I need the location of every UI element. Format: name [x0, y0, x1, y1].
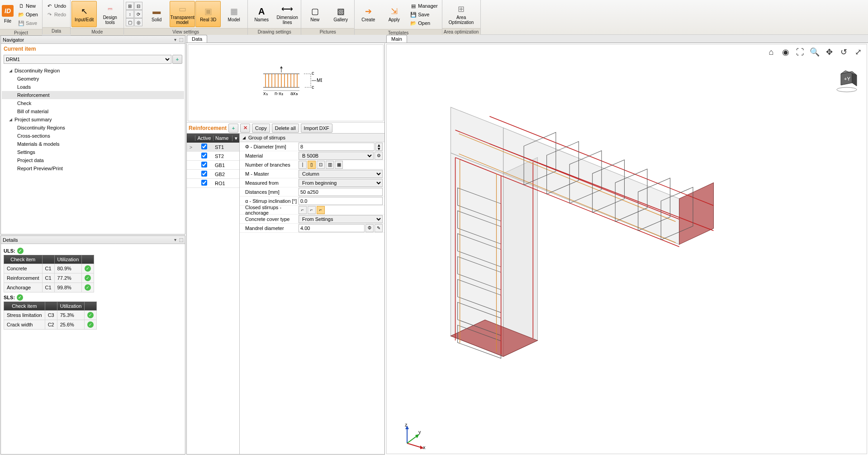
add-reinforcement-button[interactable]: +	[228, 124, 238, 133]
design-tools-button[interactable]: ⎓Design tools	[97, 1, 123, 27]
tree-item[interactable]: Cross-sections	[2, 132, 184, 140]
gallery-icon: ▧	[335, 6, 346, 17]
file-button[interactable]: File	[4, 19, 11, 24]
material-select[interactable]: B 500B	[299, 152, 374, 160]
save-template-button[interactable]: 💾Save	[408, 10, 440, 19]
active-checkbox[interactable]	[201, 153, 207, 158]
list-item[interactable]: RO1	[187, 179, 239, 188]
manager-button[interactable]: ▤Manager	[408, 2, 440, 10]
tree-item[interactable]: Loads	[2, 83, 184, 91]
branch-2[interactable]: ▯	[308, 161, 316, 169]
list-item[interactable]: GB2	[187, 170, 239, 179]
uls-label: ULS:	[4, 248, 15, 254]
vs-icon-2[interactable]: ⊟	[134, 2, 142, 10]
branch-5[interactable]: ▦	[335, 161, 343, 169]
tree-item[interactable]: Settings	[2, 148, 184, 156]
property-grid: ◢Group of stirrups Φ - Diameter [mm]▴▾ M…	[240, 134, 384, 454]
vs-icon-5[interactable]: ▢	[126, 18, 134, 26]
measured-select[interactable]: From beginning	[299, 179, 383, 187]
tab-data[interactable]: Data	[187, 35, 207, 43]
dimension-lines-button[interactable]: ⟷Dimension lines	[275, 1, 300, 27]
mandrel-opt-button[interactable]: Φ	[365, 224, 374, 232]
create-template-button[interactable]: ➔Create	[356, 1, 381, 27]
table-row: Crack widthC225.6%✓	[4, 320, 97, 330]
vs-icon-6[interactable]: ◎	[134, 18, 142, 26]
tree-item[interactable]: Geometry	[2, 75, 184, 83]
active-checkbox[interactable]	[201, 180, 207, 186]
mandrel-edit-button[interactable]: ✎	[375, 224, 383, 232]
mandrel-input[interactable]	[299, 224, 365, 232]
tree-item[interactable]: Report Preview/Print	[2, 164, 184, 172]
master-select[interactable]: Column	[299, 170, 383, 178]
save-button[interactable]: 💾Save	[16, 19, 40, 27]
transparent-model-button[interactable]: ▭Transparent model	[170, 1, 195, 27]
dimlines-icon: ⟷	[282, 4, 293, 14]
current-item-dropdown[interactable]: DRM1	[4, 55, 171, 64]
spinner[interactable]: ▴▾	[375, 143, 383, 151]
diameter-input[interactable]	[299, 143, 375, 151]
redo-icon: ↷	[47, 11, 53, 18]
branch-1[interactable]: |	[299, 161, 307, 169]
tree-group[interactable]: ◢Project summary	[2, 115, 184, 124]
vs-icon-1[interactable]: ⊞	[126, 2, 134, 10]
area-optimization-button[interactable]: ⊞Area Optimization	[443, 1, 479, 27]
delete-reinforcement-button[interactable]: ✕	[240, 124, 250, 133]
branch-3[interactable]: ⊡	[317, 161, 325, 169]
active-checkbox[interactable]	[201, 171, 207, 177]
check-ok-icon: ✓	[85, 275, 91, 281]
gallery-button[interactable]: ▧Gallery	[328, 1, 353, 27]
check-ok-icon: ✓	[17, 294, 23, 301]
svg-line-56	[407, 436, 417, 443]
anchorage-c[interactable]: ⌐	[317, 206, 325, 214]
undo-button[interactable]: ↶Undo	[44, 2, 68, 10]
redo-button[interactable]: ↷Redo	[44, 10, 68, 19]
apply-template-button[interactable]: ⇲Apply	[381, 1, 407, 27]
solid-button[interactable]: ▬Solid	[144, 1, 169, 27]
pin-icon[interactable]: ⬚	[179, 237, 183, 242]
dropdown-icon[interactable]: ▾	[174, 237, 176, 242]
open-template-button[interactable]: 📂Open	[408, 19, 440, 27]
list-item[interactable]: >ST1	[187, 143, 239, 152]
new-picture-button[interactable]: ▢New	[302, 1, 327, 27]
tree-item[interactable]: Project data	[2, 156, 184, 164]
tree-item[interactable]: Reinforcement	[2, 91, 184, 99]
tree-item[interactable]: Materials & models	[2, 140, 184, 148]
import-dxf-button[interactable]: Import DXF	[301, 124, 332, 133]
open-button[interactable]: 📂Open	[16, 10, 40, 19]
ribbon-group-data: Data	[43, 27, 70, 34]
branch-4[interactable]: ▥	[326, 161, 334, 169]
cover-select[interactable]: From Settings	[299, 215, 383, 223]
collapse-icon[interactable]: ◢	[242, 135, 246, 140]
new-button[interactable]: 🗋New	[16, 2, 40, 10]
anchorage-a[interactable]: ⌐	[299, 206, 307, 214]
svg-marker-18	[280, 66, 283, 68]
svg-text:x₁: x₁	[263, 91, 268, 96]
vs-icon-3[interactable]: ↕	[126, 10, 134, 18]
tree-item[interactable]: Check	[2, 99, 184, 107]
anchorage-b[interactable]: ⌐	[308, 206, 316, 214]
active-checkbox[interactable]	[201, 144, 207, 149]
copy-button[interactable]: Copy	[252, 124, 270, 133]
tab-main[interactable]: Main	[386, 35, 407, 43]
viewport-3d[interactable]: ⌂ ◉ ⛶ 🔍 ✥ ↺ ⤢ +Y	[386, 44, 867, 454]
tree-item[interactable]: Discontinuity Regions	[2, 124, 184, 132]
vs-icon-4[interactable]: ⟳	[134, 10, 142, 18]
delete-all-button[interactable]: Delete all	[272, 124, 299, 133]
real-3d-button[interactable]: ▣Real 3D	[195, 1, 221, 27]
tree-group[interactable]: ◢Discontinuity Region	[2, 67, 184, 75]
inclination-input[interactable]	[299, 197, 383, 205]
add-item-button[interactable]: +	[172, 55, 182, 64]
list-item[interactable]: ST2	[187, 152, 239, 161]
filter-icon[interactable]: ▾	[232, 135, 239, 141]
active-checkbox[interactable]	[201, 162, 207, 168]
material-edit-button[interactable]: ⚙	[375, 152, 383, 160]
dropdown-icon[interactable]: ▾	[174, 37, 176, 42]
model-button[interactable]: ▦Model	[221, 1, 247, 27]
pin-icon[interactable]: ⬚	[179, 37, 183, 42]
list-item[interactable]: GB1	[187, 161, 239, 170]
names-button[interactable]: ANames	[249, 1, 274, 27]
input-edit-button[interactable]: ↖Input/Edit	[71, 1, 97, 27]
tree-item[interactable]: Bill of material	[2, 107, 184, 115]
open-icon: 📂	[18, 11, 24, 18]
distances-input[interactable]	[299, 188, 383, 196]
